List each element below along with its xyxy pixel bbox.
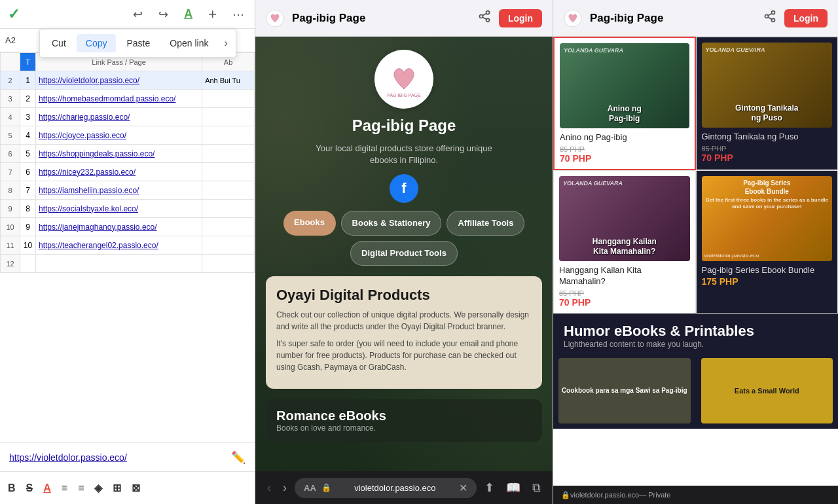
ab-cell <box>202 163 255 181</box>
svg-point-9 <box>771 11 774 14</box>
link-cell[interactable]: https://charieg.passio.eco/ <box>36 108 202 126</box>
redo-icon[interactable]: ↪ <box>156 5 171 24</box>
product-card-bundle[interactable]: Pag-ibig SeriesEbook Bundle Get the firs… <box>696 170 839 314</box>
product-card-gintong[interactable]: YOLANDA GUEVARA Gintong Tanikalang Puso … <box>696 37 839 170</box>
bottom-book-1[interactable]: Cookbook para sa mga Sawì sa Pag-ibig <box>553 353 696 429</box>
tabs-icon[interactable]: ⧉ <box>528 478 545 497</box>
bottom-book-label-2: Eats a Small World <box>732 384 802 397</box>
copy-menu-item[interactable]: Copy <box>77 34 117 52</box>
page-subtitle: Your local digital products store offeri… <box>312 143 496 166</box>
row-number: 3 <box>1 90 20 108</box>
category-tabs: Ebooks Books & Stationery Affiliate Tool… <box>266 211 542 265</box>
add-sheet-icon[interactable]: + <box>206 3 219 26</box>
text-size-label[interactable]: AA <box>304 483 316 493</box>
svg-point-3 <box>486 18 489 22</box>
bold-icon[interactable]: B <box>8 482 16 494</box>
merge-cells-icon[interactable]: ⊞ <box>113 482 121 494</box>
more-options-icon[interactable]: ⋯ <box>230 5 247 24</box>
cut-menu-item[interactable]: Cut <box>43 34 75 52</box>
col-t-cell: 1 <box>20 71 36 90</box>
product-image-bundle: Pag-ibig SeriesEbook Bundle Get the firs… <box>702 176 833 261</box>
text-color-icon[interactable]: A <box>43 482 51 494</box>
page-background: PAG-IBIG PAGE Pag-ibig Page Your local d… <box>255 37 553 471</box>
lock-icon: 🔒 <box>321 483 331 492</box>
middle-browser-bar: Pag-ibig Page Login <box>255 0 553 37</box>
bottom-book-img-1: Cookbook para sa mga Sawì sa Pag-ibig <box>558 358 691 423</box>
col-t-cell: 8 <box>20 200 36 218</box>
open-link-menu-item[interactable]: Open link <box>160 34 217 52</box>
product-card-hanggang[interactable]: YOLANDA GUEVARA Hanggang KailanKita Mama… <box>553 170 696 314</box>
url-close-icon[interactable]: ✕ <box>459 482 467 494</box>
undo-icon[interactable]: ↩ <box>130 5 145 24</box>
bottom-book-img-2: Eats a Small World <box>701 358 833 423</box>
product-image-anino: YOLANDA GUEVARA Anino ngPag-ibig <box>560 43 689 128</box>
text-format-icon[interactable]: A <box>181 5 195 24</box>
private-url-text: 🔒 <box>561 491 570 499</box>
link-cell[interactable]: https://nicey232.passio.eco/ <box>36 163 202 181</box>
share-nav-icon[interactable]: ⬆ <box>481 478 498 497</box>
ab-cell <box>202 145 255 163</box>
back-button[interactable]: ‹ <box>263 478 275 497</box>
link-cell[interactable]: https://violetdolor.passio.eco/ <box>36 71 202 90</box>
private-domain: violetdolor.passio.eco <box>570 491 639 499</box>
middle-login-button[interactable]: Login <box>499 9 542 27</box>
tab-books-stationery[interactable]: Books & Stationery <box>341 211 442 236</box>
spreadsheet-top-bar: ✓ ↩ ↪ A + ⋯ <box>0 0 255 29</box>
row-number-col-header <box>1 53 20 71</box>
url-bar[interactable]: AA 🔒 violetdolor.passio.eco ✕ <box>295 478 477 498</box>
bookmark-icon[interactable]: 📖 <box>502 478 524 497</box>
forward-button[interactable]: › <box>279 478 291 497</box>
link-cell[interactable]: https://cjoyce.passio.eco/ <box>36 126 202 145</box>
page-inner-content: PAG-IBIG PAGE Pag-ibig Page Your local d… <box>255 37 553 442</box>
tab-ebooks[interactable]: Ebooks <box>283 211 336 236</box>
right-browser-bar: Pag-ibig Page Login <box>553 0 838 37</box>
right-login-button[interactable]: Login <box>784 9 828 27</box>
context-menu-more-arrow[interactable]: › <box>219 33 232 53</box>
edit-icon[interactable]: ✏️ <box>231 450 246 465</box>
highlight-icon[interactable]: ◈ <box>94 482 102 494</box>
oyayi-text-1: Check out our collection of unique digit… <box>276 309 532 333</box>
link-bar-url[interactable]: https://violetdolor.passio.eco/ <box>9 452 226 463</box>
row-number: 10 <box>1 218 20 236</box>
tab-digital-product-tools[interactable]: Digital Product Tools <box>350 241 458 266</box>
share-icon[interactable] <box>478 10 491 26</box>
product-card-anino[interactable]: YOLANDA GUEVARA Anino ngPag-ibig Anino n… <box>553 37 696 170</box>
right-share-icon[interactable] <box>763 10 776 26</box>
products-grid: YOLANDA GUEVARA Anino ngPag-ibig Anino n… <box>553 37 838 314</box>
product-new-price-hanggang: 70 PHP <box>559 297 690 308</box>
row-number: 4 <box>1 108 20 126</box>
romance-title: Romance eBooks <box>276 408 532 423</box>
paste-menu-item[interactable]: Paste <box>117 34 159 52</box>
col-t-header[interactable]: T <box>20 53 36 71</box>
link-cell[interactable]: https://teacherangel02.passio.eco/ <box>36 236 202 255</box>
svg-text:PAG-IBIG PAGE: PAG-IBIG PAGE <box>387 93 421 98</box>
link-cell[interactable]: https://iamshellin.passio.eco/ <box>36 181 202 200</box>
link-cell[interactable]: https://homebasedmomdad.passio.eco/ <box>36 90 202 108</box>
format-toolbar: B S A ≡ ≡ ◈ ⊞ ⊠ <box>0 471 255 504</box>
row-number: 6 <box>1 145 20 163</box>
link-cell[interactable]: https://socialsbyaxle.kol.eco/ <box>36 200 202 218</box>
confirm-icon[interactable]: ✓ <box>8 6 20 23</box>
mobile-bottom-bar: ‹ › AA 🔒 violetdolor.passio.eco ✕ ⬆ 📖 ⧉ <box>255 471 553 504</box>
product-image-hanggang: YOLANDA GUEVARA Hanggang KailanKita Mama… <box>559 176 690 261</box>
col-t-cell: 3 <box>20 108 36 126</box>
borders-icon[interactable]: ⊠ <box>132 482 140 494</box>
facebook-button[interactable]: f <box>390 174 418 203</box>
col-t-cell: 4 <box>20 126 36 145</box>
ab-cell <box>202 181 255 200</box>
bottom-book-2[interactable]: Eats a Small World <box>696 353 839 429</box>
align-left-icon[interactable]: ≡ <box>62 482 67 494</box>
ab-cell <box>202 200 255 218</box>
product-image-gintong: YOLANDA GUEVARA Gintong Tanikalang Puso <box>702 43 833 128</box>
ab-cell <box>202 126 255 145</box>
row-number: 8 <box>1 181 20 200</box>
book-title-gintong: Gintong Tanikalang Puso <box>706 103 829 122</box>
link-cell[interactable]: https://shoppingdeals.passio.eco/ <box>36 145 202 163</box>
col-t-cell: 5 <box>20 145 36 163</box>
oyayi-text-2: It's super safe to order (you will need … <box>276 338 532 373</box>
tab-affiliate-tools[interactable]: Affiliate Tools <box>446 211 524 236</box>
strikethrough-icon[interactable]: S <box>26 482 33 494</box>
link-cell[interactable]: https://janejmaghanoy.passio.eco/ <box>36 218 202 236</box>
col-t-cell: 2 <box>20 90 36 108</box>
align-center-icon[interactable]: ≡ <box>78 482 84 494</box>
